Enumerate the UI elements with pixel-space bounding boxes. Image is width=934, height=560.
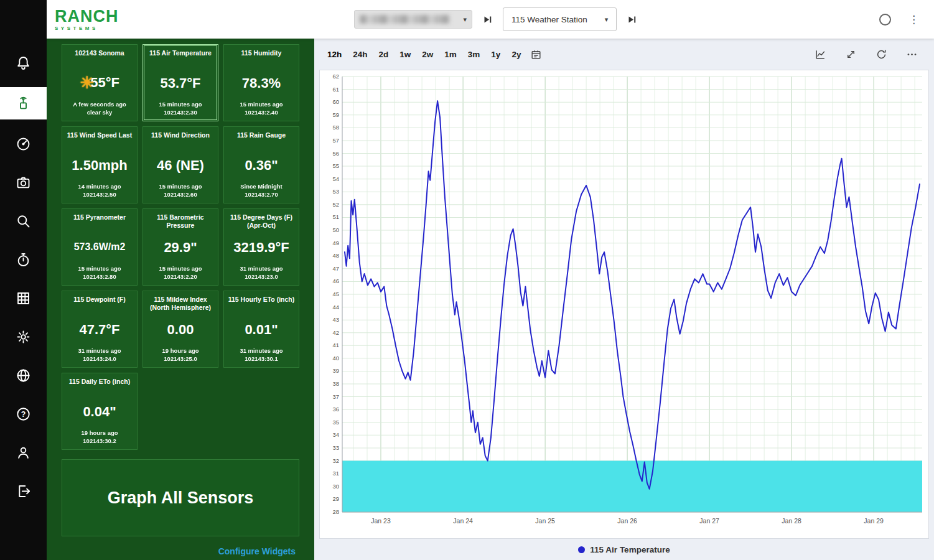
range-button-1m[interactable]: 1m (439, 47, 462, 62)
station-selector-label: 115 Weather Station (511, 15, 587, 24)
tile-timestamp: 31 minutes ago (226, 265, 297, 273)
svg-text:37: 37 (332, 393, 339, 400)
sensor-tile[interactable]: 115 Air Temperature53.7°F15 minutes ago1… (142, 44, 218, 121)
svg-text:49: 49 (332, 240, 339, 246)
sidebar-item-help[interactable]: ? (0, 399, 47, 428)
logo: RANCH SYSTEMS (47, 8, 314, 31)
widgets-panel: 102143 Sonoma☀55°FA few seconds agoclear… (47, 39, 314, 560)
range-button-3m[interactable]: 3m (462, 47, 486, 62)
tile-timestamp: 15 minutes ago (145, 265, 216, 273)
sensor-station-icon (15, 95, 32, 112)
sensor-tile[interactable]: 115 Barometric Pressure29.9"15 minutes a… (142, 208, 218, 286)
tile-timestamp: 15 minutes ago (145, 183, 216, 191)
tile-title: 115 Humidity (226, 49, 297, 65)
station-selector-dropdown[interactable]: 115 Weather Station ▾ (503, 7, 617, 31)
tile-title: 115 Daily ETo (inch) (64, 378, 135, 393)
svg-text:39: 39 (332, 367, 339, 374)
sensor-tile[interactable]: 115 Hourly ETo (inch)0.01"31 minutes ago… (223, 291, 299, 368)
range-button-2w[interactable]: 2w (416, 47, 439, 62)
chevron-down-icon: ▾ (605, 16, 609, 24)
range-button-1y[interactable]: 1y (485, 47, 506, 62)
sidebar-item-sensors[interactable] (0, 87, 47, 119)
topbar-actions: ⋮ (879, 14, 919, 26)
sensor-tile[interactable]: 115 Dewpoint (F)47.7°F31 minutes ago1021… (62, 291, 138, 368)
sidebar-item-notifications[interactable] (0, 49, 47, 77)
tile-sensor-id: 102143:2.70 (226, 191, 297, 199)
logo-subtitle: SYSTEMS (55, 26, 314, 31)
temperature-chart[interactable]: 2829303132333435363738394041424344454647… (319, 70, 929, 539)
tile-timestamp: 31 minutes ago (64, 347, 135, 355)
tile-timestamp: A few seconds ago (64, 101, 135, 109)
svg-text:51: 51 (332, 213, 339, 220)
org-selector-dropdown[interactable]: ▾ (354, 10, 472, 29)
refresh-icon[interactable] (876, 49, 887, 60)
range-button-2y[interactable]: 2y (506, 47, 526, 62)
tile-timestamp: 19 hours ago (64, 429, 135, 437)
sidebar-item-search[interactable] (0, 207, 47, 235)
right-column: RANCH SYSTEMS ▾ 115 Weather Station ▾ ⋮ (47, 0, 934, 560)
tile-title: 115 Dewpoint (F) (64, 296, 135, 311)
range-button-2d[interactable]: 2d (373, 47, 395, 62)
sensor-tile[interactable]: 115 Mildew Index (North Hemisphere)0.001… (142, 291, 218, 368)
more-menu-icon[interactable]: ⋮ (908, 14, 919, 25)
user-icon (15, 444, 32, 461)
sensor-tile[interactable]: 115 Wind Speed Last1.50mph14 minutes ago… (62, 126, 138, 203)
tile-title: 115 Barometric Pressure (145, 213, 216, 229)
range-button-12h[interactable]: 12h (322, 47, 347, 62)
sensor-tile[interactable]: 102143 Sonoma☀55°FA few seconds agoclear… (62, 44, 138, 121)
skip-forward-icon[interactable] (483, 15, 492, 24)
settings-icon (15, 329, 32, 345)
sidebar-item-schedules[interactable] (0, 245, 47, 274)
bell-icon (15, 55, 32, 72)
chart-type-icon[interactable] (815, 49, 826, 60)
tile-sensor-id: 102143:23.0 (226, 273, 297, 281)
sun-icon: ☀ (80, 73, 94, 92)
svg-text:31: 31 (332, 470, 339, 477)
svg-text:Jan 27: Jan 27 (699, 517, 719, 525)
tile-value: 53.7°F (145, 76, 216, 90)
app-root: ? RANCH SYSTEMS ▾ 115 Weather Station ▾ (0, 0, 934, 560)
svg-text:Jan 26: Jan 26 (617, 517, 637, 525)
tile-value: 0.01" (226, 322, 297, 337)
sidebar-item-web[interactable] (0, 361, 47, 390)
chart-legend: 115 Air Temperature (314, 539, 934, 560)
more-options-icon[interactable] (906, 49, 918, 60)
tile-value: 0.36" (226, 158, 297, 172)
tile-sensor-id: clear sky (64, 109, 135, 117)
range-button-1w[interactable]: 1w (394, 47, 416, 62)
sidebar-item-dashboard[interactable] (0, 129, 47, 158)
globe-icon (15, 367, 32, 384)
graph-all-sensors-button[interactable]: Graph All Sensors (62, 459, 299, 536)
svg-text:55: 55 (332, 162, 339, 169)
sensor-tile[interactable]: 115 Wind Direction46 (NE)15 minutes ago1… (142, 126, 218, 203)
svg-text:Jan 28: Jan 28 (782, 517, 801, 525)
sensor-tile[interactable]: 115 Pyranometer573.6W/m215 minutes ago10… (62, 208, 138, 286)
sensor-tile[interactable]: 115 Rain Gauge0.36"Since Midnight102143:… (223, 126, 299, 203)
sensor-tile[interactable]: 115 Degree Days (F)(Apr-Oct)3219.9°F31 m… (223, 208, 299, 286)
refresh-status-icon[interactable] (879, 14, 891, 26)
svg-text:42: 42 (332, 329, 339, 336)
logo-title: RANCH (55, 8, 314, 25)
fullscreen-expand-icon[interactable] (845, 49, 857, 60)
svg-text:35: 35 (332, 419, 339, 426)
sidebar-item-cameras[interactable] (0, 168, 47, 197)
range-button-24h[interactable]: 24h (347, 47, 373, 62)
sidebar-item-account[interactable] (0, 438, 47, 467)
sidebar-item-logout[interactable] (0, 477, 47, 505)
timer-icon (15, 251, 32, 268)
calendar-icon[interactable] (530, 49, 542, 60)
svg-text:Jan 29: Jan 29 (864, 517, 884, 525)
sensor-tile[interactable]: 115 Daily ETo (inch)0.04"19 hours ago102… (62, 373, 138, 450)
tile-title: 115 Air Temperature (145, 49, 216, 65)
svg-text:58: 58 (332, 124, 339, 131)
skip-forward-icon[interactable] (627, 15, 637, 24)
tile-timestamp: 15 minutes ago (64, 265, 135, 273)
chart-canvas: 2829303132333435363738394041424344454647… (320, 70, 928, 538)
sidebar-item-reports[interactable] (0, 284, 47, 312)
sensor-tile[interactable]: 115 Humidity78.3%15 minutes ago102143:2.… (223, 44, 299, 121)
tile-timestamp: 31 minutes ago (226, 347, 297, 355)
configure-widgets-link[interactable]: Configure Widgets (47, 546, 296, 556)
sidebar-item-settings[interactable] (0, 322, 47, 351)
svg-text:52: 52 (332, 201, 339, 208)
topbar: RANCH SYSTEMS ▾ 115 Weather Station ▾ ⋮ (47, 0, 934, 39)
